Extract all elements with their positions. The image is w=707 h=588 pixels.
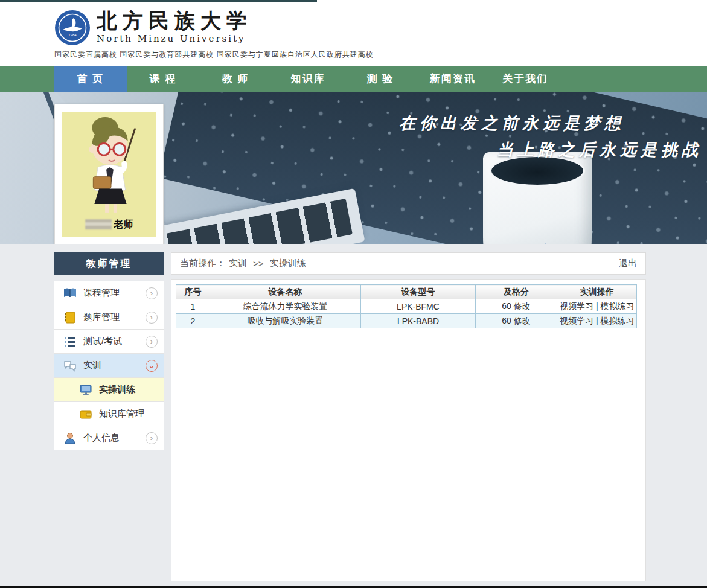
table-header-row: 序号 设备名称 设备型号 及格分 实训操作 xyxy=(176,285,637,299)
col-header-device-name: 设备名称 xyxy=(210,285,361,299)
score-value: 60 xyxy=(502,316,511,325)
col-header-operations: 实训操作 xyxy=(557,285,637,299)
university-logo: 1984 xyxy=(54,10,91,46)
nav-tab-tests[interactable]: 测 验 xyxy=(344,66,417,92)
site-header: 1984 北方民族大学 North Minzu University 国家民委直… xyxy=(0,2,707,66)
cell-pass-score: 60修改 xyxy=(476,314,557,328)
university-logo-icon: 1984 xyxy=(54,10,91,46)
sidebar-item-label: 知识库管理 xyxy=(99,408,158,420)
sidebar-title: 教师管理 xyxy=(54,252,164,275)
coffee-cup-decoration: passion xyxy=(483,152,592,244)
cell-no: 1 xyxy=(176,299,210,314)
nav-spacer xyxy=(0,66,54,92)
teacher-avatar xyxy=(62,112,156,214)
chevron-right-icon: › xyxy=(146,312,158,324)
person-icon xyxy=(63,432,77,444)
sidebar-item-hands-on-training[interactable]: 实操训练 xyxy=(54,378,164,402)
nav-tab-home[interactable]: 首 页 xyxy=(54,66,127,92)
notebook-icon xyxy=(63,312,77,324)
video-study-link[interactable]: 视频学习 xyxy=(560,301,593,311)
op-separator: | xyxy=(596,316,598,325)
sidebar-item-label: 题库管理 xyxy=(83,312,146,323)
chevron-right-icon: › xyxy=(146,287,158,299)
breadcrumb: 当前操作： 实训 >> 实操训练 退出 xyxy=(171,252,646,275)
cell-operations: 视频学习 | 模拟练习 xyxy=(557,299,637,314)
breadcrumb-section[interactable]: 实训 xyxy=(229,258,247,269)
edit-score-link[interactable]: 修改 xyxy=(514,301,531,311)
main-nav: 首 页 课 程 教 师 知识库 测 验 新闻资讯 关于我们 xyxy=(0,66,707,92)
edit-score-link[interactable]: 修改 xyxy=(514,316,531,325)
cell-device-name: 综合流体力学实验装置 xyxy=(210,299,361,314)
chevron-right-icon: › xyxy=(146,432,158,444)
university-brand: 北方民族大学 North Minzu University xyxy=(97,9,252,44)
monitor-icon xyxy=(78,384,93,396)
sidebar-item-practical-training[interactable]: 实训 ⌄ xyxy=(54,354,164,378)
nav-tab-teachers[interactable]: 教 师 xyxy=(199,66,272,92)
nav-tab-knowledge[interactable]: 知识库 xyxy=(272,66,344,92)
breadcrumb-prefix: 当前操作： xyxy=(180,258,225,269)
sidebar-item-label: 课程管理 xyxy=(83,287,146,299)
nav-tab-courses[interactable]: 课 程 xyxy=(127,66,199,92)
simulation-practice-link[interactable]: 模拟练习 xyxy=(600,316,634,325)
chevron-right-icon: › xyxy=(146,336,158,348)
cell-device-model: LPK-BFMC xyxy=(361,299,476,314)
table-row: 1 综合流体力学实验装置 LPK-BFMC 60修改 视频学习 | 模拟练习 xyxy=(176,299,637,314)
main-panel: 序号 设备名称 设备型号 及格分 实训操作 1 综合流体力学实验装置 LPK-B… xyxy=(171,279,646,581)
sidebar-item-knowledge-base-management[interactable]: 知识库管理 xyxy=(54,402,164,426)
sidebar-item-label: 测试/考试 xyxy=(83,336,146,347)
score-value: 60 xyxy=(502,301,511,311)
breadcrumb-separator: >> xyxy=(253,258,264,269)
logout-link[interactable]: 退出 xyxy=(619,258,637,269)
sidebar-item-label: 实操训练 xyxy=(99,384,158,395)
cell-operations: 视频学习 | 模拟练习 xyxy=(557,314,637,328)
sidebar-item-label: 个人信息 xyxy=(83,432,146,444)
video-study-link[interactable]: 视频学习 xyxy=(560,316,593,325)
cell-device-name: 吸收与解吸实验装置 xyxy=(210,314,361,328)
cell-no: 2 xyxy=(176,314,210,328)
chevron-down-icon: ⌄ xyxy=(146,360,158,372)
university-name-en: North Minzu University xyxy=(97,33,252,44)
banner-slogan: 在你出发之前永远是梦想 当上路之后永远是挑战 xyxy=(399,112,702,161)
list-icon xyxy=(63,336,77,348)
sidebar-item-personal-info[interactable]: 个人信息 › xyxy=(54,426,164,450)
nav-tab-news[interactable]: 新闻资讯 xyxy=(417,66,489,92)
sidebar-menu: 课程管理 › 题库管理 › 测试/考试 › 实训 ⌄ 实操训练 知识库管理 xyxy=(54,281,164,450)
sidebar-item-question-bank[interactable]: 题库管理 › xyxy=(54,305,164,330)
col-header-device-model: 设备型号 xyxy=(361,285,476,299)
devices-table: 序号 设备名称 设备型号 及格分 实训操作 1 综合流体力学实验装置 LPK-B… xyxy=(176,284,637,328)
nav-tab-about[interactable]: 关于我们 xyxy=(489,66,561,92)
banner-slogan-line1: 在你出发之前永远是梦想 xyxy=(399,112,702,134)
bottom-edge-line xyxy=(0,586,707,588)
op-separator: | xyxy=(596,301,598,311)
simulation-practice-link[interactable]: 模拟练习 xyxy=(600,301,634,311)
col-header-pass-score: 及格分 xyxy=(476,285,557,299)
banner-slogan-line2: 当上路之后永远是挑战 xyxy=(399,139,702,161)
breadcrumb-page: 实操训练 xyxy=(270,258,306,269)
university-tagline: 国家民委直属高校 国家民委与教育部共建高校 国家民委与宁夏回族自治区人民政府共建… xyxy=(54,50,374,60)
university-name-cn: 北方民族大学 xyxy=(97,9,252,32)
cell-pass-score: 60修改 xyxy=(476,299,557,314)
teacher-name: 老师 xyxy=(62,219,156,231)
cell-device-model: LPK-BABD xyxy=(361,314,476,328)
wallet-icon xyxy=(78,408,93,420)
sidebar-item-tests-exams[interactable]: 测试/考试 › xyxy=(54,330,164,354)
table-row: 2 吸收与解吸实验装置 LPK-BABD 60修改 视频学习 | 模拟练习 xyxy=(176,314,637,328)
sidebar-item-course-management[interactable]: 课程管理 › xyxy=(54,281,164,305)
svg-text:1984: 1984 xyxy=(68,33,77,37)
chat-icon xyxy=(63,360,77,372)
col-header-no: 序号 xyxy=(176,285,210,299)
teacher-avatar-frame: 老师 xyxy=(62,112,156,237)
teacher-avatar-card: 老师 xyxy=(54,104,164,245)
teacher-name-redacted xyxy=(85,219,112,229)
sidebar-item-label: 实训 xyxy=(83,360,146,371)
book-icon xyxy=(63,287,77,299)
teacher-name-suffix: 老师 xyxy=(114,219,133,229)
